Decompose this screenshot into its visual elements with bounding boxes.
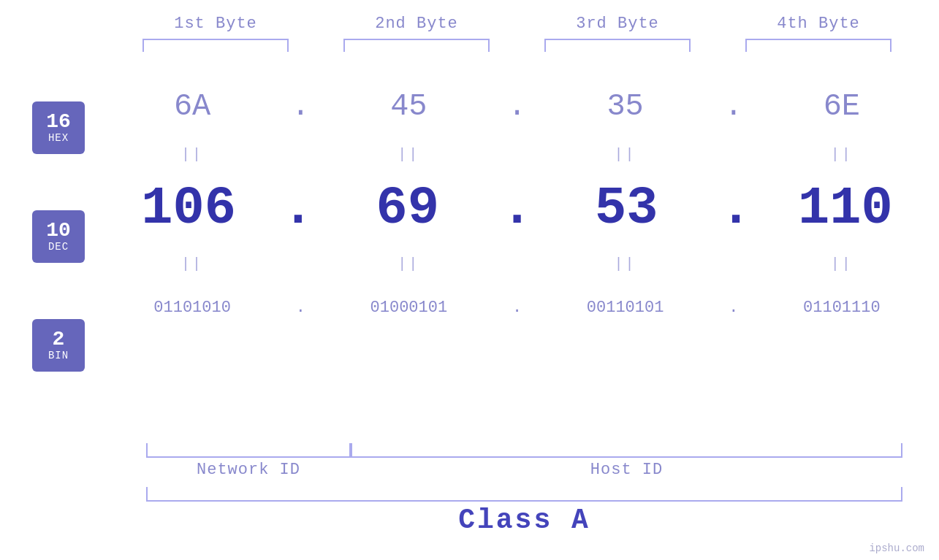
hex-val-2: 45 <box>390 89 427 124</box>
hex-cell-2: 45 <box>311 89 506 124</box>
bracket-cell-4 <box>718 39 919 52</box>
network-bracket <box>146 443 351 458</box>
dec-cell-4: 110 <box>752 179 939 239</box>
dec-val-1: 106 <box>141 179 236 239</box>
bracket-1 <box>142 39 289 52</box>
bin-cell-4: 01101110 <box>745 299 939 317</box>
eq1-1: || <box>95 146 289 163</box>
top-brackets <box>115 39 919 52</box>
class-label: Class A <box>146 505 902 536</box>
hex-val-3: 35 <box>607 89 643 124</box>
eq2-4: || <box>745 256 939 272</box>
dec-badge-num: 10 <box>46 220 71 241</box>
hex-badge-num: 16 <box>46 112 71 132</box>
bin-badge-num: 2 <box>53 329 65 350</box>
bracket-4 <box>745 39 892 52</box>
hex-badge-base: HEX <box>48 132 69 144</box>
bracket-cell-1 <box>115 39 316 52</box>
bracket-cell-2 <box>316 39 517 52</box>
bin-dot-1: . <box>289 299 311 317</box>
hex-badge: 16 HEX <box>32 101 85 154</box>
byte2-header: 2nd Byte <box>316 15 517 33</box>
byte-headers: 1st Byte 2nd Byte 3rd Byte 4th Byte <box>115 15 919 33</box>
eq1-4: || <box>745 146 939 163</box>
main-container: 1st Byte 2nd Byte 3rd Byte 4th Byte 16 H… <box>0 0 939 560</box>
dec-cell-1: 106 <box>95 179 282 239</box>
hex-val-4: 6E <box>824 89 860 124</box>
dec-dot-3: . <box>720 179 751 239</box>
hex-cell-4: 6E <box>745 89 939 124</box>
bin-cell-1: 01101010 <box>95 299 289 317</box>
eq2-2: || <box>311 256 506 272</box>
dec-dot-1: . <box>282 179 313 239</box>
class-bracket <box>146 487 902 502</box>
bin-badge-base: BIN <box>48 350 69 361</box>
hex-dot-1: . <box>289 89 311 124</box>
byte4-header: 4th Byte <box>718 15 919 33</box>
bin-badge: 2 BIN <box>32 319 85 372</box>
bracket-2 <box>343 39 490 52</box>
dec-row: 106 . 69 . 53 . 110 <box>95 169 939 249</box>
dec-dot-2: . <box>501 179 533 239</box>
bracket-cell-3 <box>517 39 718 52</box>
dec-cell-2: 69 <box>314 179 501 239</box>
hex-dot-3: . <box>723 89 745 124</box>
bin-cell-3: 00110101 <box>528 299 723 317</box>
eq2-3: || <box>528 256 723 272</box>
network-id-label: Network ID <box>146 461 351 479</box>
dec-badge: 10 DEC <box>32 210 85 263</box>
labels-column: 16 HEX 10 DEC 2 BIN <box>0 59 95 443</box>
host-id-label: Host ID <box>351 461 902 479</box>
data-columns: 6A . 45 . 35 . 6E <box>95 59 939 443</box>
hex-cell-3: 35 <box>528 89 723 124</box>
equals-row-1: || || || || <box>95 139 939 169</box>
dec-badge-base: DEC <box>48 241 69 253</box>
bin-val-1: 01101010 <box>153 299 231 317</box>
eq1-2: || <box>311 146 506 163</box>
equals-row-2: || || || || <box>95 249 939 278</box>
byte3-header: 3rd Byte <box>517 15 718 33</box>
dec-cell-3: 53 <box>533 179 720 239</box>
hex-val-1: 6A <box>174 89 210 124</box>
bin-dot-3: . <box>723 299 745 317</box>
bin-dot-2: . <box>506 299 528 317</box>
dec-val-3: 53 <box>595 179 658 239</box>
host-bracket <box>351 443 902 458</box>
bin-val-2: 01000101 <box>370 299 448 317</box>
eq2-1: || <box>95 256 289 272</box>
hex-dot-2: . <box>506 89 528 124</box>
content-area: 16 HEX 10 DEC 2 BIN 6A . <box>0 59 939 443</box>
bin-cell-2: 01000101 <box>311 299 506 317</box>
bottom-area: Network ID Host ID Class A <box>0 443 939 560</box>
bin-row: 01101010 . 01000101 . 00110101 . <box>95 278 939 337</box>
bracket-3 <box>544 39 691 52</box>
watermark: ipshu.com <box>869 542 924 554</box>
hex-row: 6A . 45 . 35 . 6E <box>95 74 939 139</box>
hex-cell-1: 6A <box>95 89 289 124</box>
bin-val-4: 01101110 <box>803 299 881 317</box>
eq1-3: || <box>528 146 723 163</box>
dec-val-2: 69 <box>376 179 439 239</box>
bin-val-3: 00110101 <box>587 299 664 317</box>
byte1-header: 1st Byte <box>115 15 316 33</box>
dec-val-4: 110 <box>798 179 893 239</box>
